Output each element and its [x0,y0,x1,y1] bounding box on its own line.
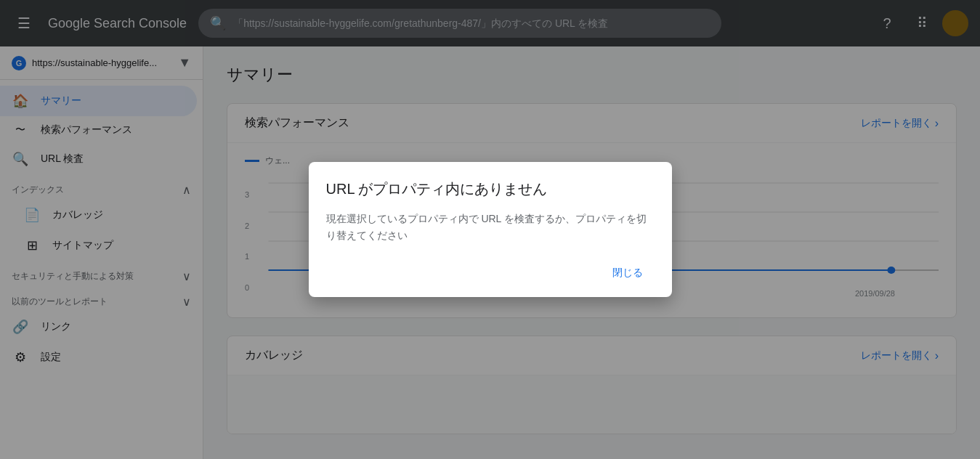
url-not-in-property-modal: URL がプロパティ内にありません 現在選択しているプロパティ内で URL を検… [309,162,672,297]
modal-body: 現在選択しているプロパティ内で URL を検査するか、プロパティを切り替えてくだ… [326,211,655,243]
modal-actions: 閉じる [326,261,655,285]
modal-close-button[interactable]: 閉じる [601,261,655,285]
modal-overlay: URL がプロパティ内にありません 現在選択しているプロパティ内で URL を検… [0,0,980,459]
modal-title: URL がプロパティ内にありません [326,179,655,199]
